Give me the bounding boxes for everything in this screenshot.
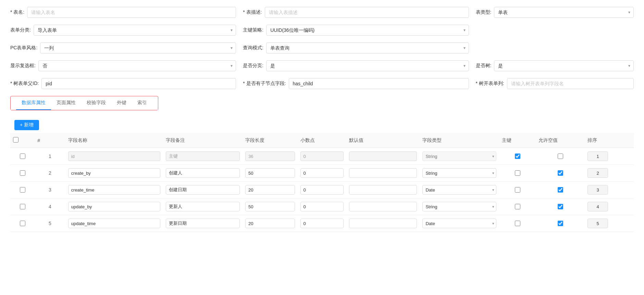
table-row: 5StringDateIntegerDoubleLongText <box>10 215 634 232</box>
show-checkbox-select[interactable]: 否 是 <box>38 60 236 71</box>
row-checkbox[interactable] <box>20 221 25 226</box>
field-nullable-checkbox[interactable] <box>558 153 563 159</box>
field-default-input[interactable] <box>349 219 417 228</box>
field-sort-input[interactable] <box>587 168 608 178</box>
field-sort-input[interactable] <box>587 219 608 228</box>
has-child-input[interactable]: has_child <box>289 78 469 89</box>
field-pk-checkbox[interactable] <box>515 153 520 159</box>
field-default-input[interactable] <box>349 185 417 195</box>
field-comment-input <box>166 151 240 161</box>
field-nullable-checkbox[interactable] <box>558 221 563 226</box>
field-pk-checkbox[interactable] <box>515 187 520 193</box>
field-decimal-input[interactable] <box>300 168 344 178</box>
tabs-section: 数据库属性 页面属性 校验字段 外键 索引 <box>10 96 158 110</box>
table-desc-label: * 表描述: <box>243 9 262 15</box>
col-header-pk: 主键 <box>499 133 536 148</box>
table-type-select[interactable]: 单表 树表 <box>494 7 634 18</box>
row-num: 3 <box>35 182 65 198</box>
row-checkbox[interactable] <box>20 153 25 159</box>
table-category-select[interactable]: 导入表单 自定义表单 <box>34 25 236 36</box>
field-pk-checkbox[interactable] <box>515 221 520 226</box>
has-child-label: * 是否有子节点字段: <box>243 81 286 87</box>
pk-strategy-label: 主键策略: <box>243 27 263 33</box>
query-mode-select[interactable]: 单表查询 左连接查询 <box>266 42 469 53</box>
pc-style-select[interactable]: 一列 两列 三列 <box>40 42 236 53</box>
tab-page-props[interactable]: 页面属性 <box>51 96 81 110</box>
field-length-input[interactable] <box>245 168 295 178</box>
add-field-button[interactable]: + 新增 <box>14 120 39 130</box>
select-all-checkbox[interactable] <box>13 137 18 143</box>
table-row: 3StringDateIntegerDoubleLongText <box>10 182 634 198</box>
field-pk-checkbox[interactable] <box>515 204 520 209</box>
col-header-comment: 字段备注 <box>163 133 243 148</box>
field-decimal-input[interactable] <box>300 219 344 228</box>
table-name-label: * 表名: <box>10 9 24 15</box>
tabs-header: 数据库属性 页面属性 校验字段 外键 索引 <box>11 96 158 110</box>
field-length-input[interactable] <box>245 219 295 228</box>
col-header-num: # <box>35 133 65 148</box>
field-nullable-checkbox[interactable] <box>558 170 563 176</box>
field-decimal-input <box>300 151 344 161</box>
tree-open-list-label: * 树开表单列: <box>476 81 504 87</box>
field-type-select[interactable]: StringDateIntegerDoubleLongText <box>422 168 496 178</box>
field-name-input[interactable] <box>68 185 160 195</box>
is-tree-select[interactable]: 是 否 <box>494 60 634 71</box>
col-header-decimal: 小数点 <box>298 133 347 148</box>
field-length-input[interactable] <box>245 202 295 211</box>
tree-parent-id-input[interactable]: pid <box>41 78 236 89</box>
field-sort-input[interactable] <box>587 151 608 161</box>
field-nullable-checkbox[interactable] <box>558 187 563 193</box>
field-default-input[interactable] <box>349 202 417 211</box>
field-sort-input[interactable] <box>587 202 608 211</box>
table-section: # 字段名称 字段备注 字段长度 小数点 默认值 字段类型 主键 允许空值 排序… <box>10 133 634 232</box>
row-num: 4 <box>35 198 65 215</box>
row-checkbox[interactable] <box>20 204 25 209</box>
show-checkbox-label: 显示复选框: <box>10 63 36 69</box>
table-row: 2StringDateIntegerDoubleLongText <box>10 165 634 182</box>
field-default-input[interactable] <box>349 168 417 178</box>
field-decimal-input[interactable] <box>300 202 344 211</box>
field-comment-input[interactable] <box>166 219 240 228</box>
field-comment-input[interactable] <box>166 185 240 195</box>
row-checkbox[interactable] <box>20 187 25 193</box>
table-type-label: 表类型: <box>476 9 492 15</box>
col-header-fieldname: 字段名称 <box>65 133 163 148</box>
table-desc-input[interactable] <box>265 7 469 18</box>
field-comment-input[interactable] <box>166 168 240 178</box>
field-type-select[interactable]: StringDateIntegerDoubleLongText <box>422 219 496 228</box>
field-name-input[interactable] <box>68 168 160 178</box>
is-tree-label: 是否树: <box>476 63 492 69</box>
query-mode-label: 查询模式: <box>243 45 263 51</box>
tab-foreign-key[interactable]: 外键 <box>111 96 132 110</box>
col-header-type: 字段类型 <box>420 133 499 148</box>
pagination-select[interactable]: 是 否 <box>266 60 469 71</box>
fields-table: # 字段名称 字段备注 字段长度 小数点 默认值 字段类型 主键 允许空值 排序… <box>10 133 634 232</box>
col-header-sort: 排序 <box>585 133 634 148</box>
col-header-length: 字段长度 <box>243 133 298 148</box>
field-sort-input[interactable] <box>587 185 608 195</box>
field-name-input[interactable] <box>68 202 160 211</box>
field-length-input[interactable] <box>245 185 295 195</box>
field-length-input <box>245 151 295 161</box>
table-category-label: 表单分类: <box>10 27 31 33</box>
field-name-input[interactable] <box>68 219 160 228</box>
tab-index[interactable]: 索引 <box>132 96 152 110</box>
pc-style-label: PC表单风格: <box>10 45 37 51</box>
field-decimal-input[interactable] <box>300 185 344 195</box>
row-checkbox[interactable] <box>20 170 25 176</box>
tree-open-list-input[interactable] <box>507 78 634 89</box>
field-pk-checkbox[interactable] <box>515 170 520 176</box>
tree-parent-id-label: * 树表单父ID: <box>10 81 39 87</box>
col-header-nullable: 允许空值 <box>536 133 585 148</box>
field-comment-input[interactable] <box>166 202 240 211</box>
field-type-select[interactable]: StringDateIntegerDoubleLongText <box>422 185 496 195</box>
field-nullable-checkbox[interactable] <box>558 204 563 209</box>
field-default-input <box>349 151 417 161</box>
tab-db-props[interactable]: 数据库属性 <box>16 96 51 110</box>
field-type-select[interactable]: StringDateIntegerDoubleLongText <box>422 202 496 211</box>
field-type-select[interactable]: StringDateIntegerDoubleLongText <box>422 151 496 161</box>
pk-strategy-select[interactable]: UUID(36位唯一编码) 自增ID <box>266 25 469 36</box>
table-name-input[interactable] <box>27 7 236 18</box>
row-num: 5 <box>35 215 65 232</box>
tab-validate-fields[interactable]: 校验字段 <box>81 96 111 110</box>
